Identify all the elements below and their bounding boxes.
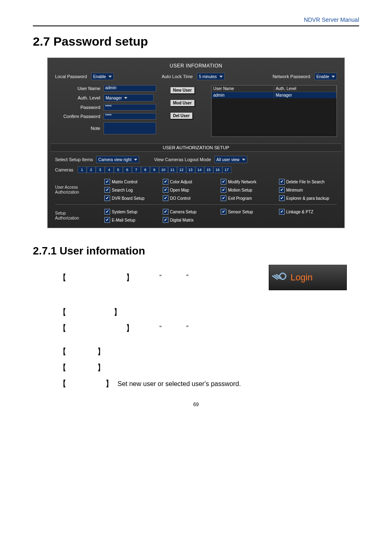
username-label: User Name bbox=[55, 86, 104, 91]
camera-chip[interactable]: 3 bbox=[96, 166, 105, 173]
open-quote-icon: “ bbox=[159, 274, 161, 281]
table-cell-username: admin bbox=[212, 92, 274, 98]
note-label: Note bbox=[55, 126, 104, 131]
chk-label: DO Control bbox=[170, 196, 191, 201]
network-password-label: Network Password bbox=[272, 74, 310, 79]
confirm-password-field[interactable]: **** bbox=[104, 113, 156, 120]
password-field[interactable]: **** bbox=[104, 104, 156, 111]
header-rule bbox=[33, 25, 359, 26]
text-line-3: 【 】 “ ” bbox=[58, 323, 347, 334]
camera-chip[interactable]: 6 bbox=[123, 166, 132, 173]
checkbox-icon: ✔ bbox=[221, 187, 226, 193]
chk-label: Sensor Setup bbox=[228, 210, 253, 214]
chk-open-map[interactable]: ✔Open Map bbox=[163, 187, 221, 193]
chk-label: Color Adjust bbox=[170, 180, 192, 184]
checkbox-icon: ✔ bbox=[279, 179, 285, 185]
chk-label: System Setup bbox=[112, 210, 137, 214]
chk-delete-file-in-search[interactable]: ✔Delete File In Search bbox=[279, 179, 337, 185]
chk-system-setup[interactable]: ✔System Setup bbox=[104, 209, 163, 215]
camera-chip[interactable]: 4 bbox=[105, 166, 114, 173]
camera-chip[interactable]: 2 bbox=[87, 166, 96, 173]
authlevel-dropdown[interactable]: Manager bbox=[104, 94, 154, 102]
chk-label: Modify Network bbox=[228, 180, 256, 184]
chk-minimum[interactable]: ✔Minimum bbox=[279, 187, 337, 193]
chk-label: Minimum bbox=[286, 188, 303, 192]
username-field[interactable]: admin bbox=[104, 85, 156, 92]
chk-label: Exit Program bbox=[228, 196, 252, 201]
select-setup-dropdown[interactable]: Camera view right bbox=[96, 156, 139, 163]
autolock-label: Auto Lock Time bbox=[161, 74, 193, 79]
autolock-value: 5 minutes bbox=[199, 74, 217, 79]
camera-chip[interactable]: 14 bbox=[195, 166, 204, 173]
camera-chip[interactable]: 13 bbox=[186, 166, 195, 173]
chk-motion-setup[interactable]: ✔Motion Setup bbox=[221, 187, 279, 193]
divider bbox=[55, 204, 337, 205]
camera-chip[interactable]: 11 bbox=[168, 166, 177, 173]
view-logout-label: View Cameras Logout Mode bbox=[154, 157, 211, 162]
camera-chip[interactable]: 9 bbox=[150, 166, 159, 173]
chk-exit-program[interactable]: ✔Exit Program bbox=[221, 195, 279, 201]
camera-chip[interactable]: 5 bbox=[114, 166, 123, 173]
left-bracket-icon: 【 bbox=[58, 346, 67, 357]
right-bracket-icon: 】 bbox=[125, 323, 135, 334]
chk-email-setup[interactable]: ✔E-Mail Setup bbox=[104, 217, 163, 223]
camera-chip[interactable]: 15 bbox=[204, 166, 213, 173]
view-logout-dropdown[interactable]: All user view bbox=[214, 156, 247, 163]
table-head: User Name Auth. Level bbox=[212, 86, 337, 92]
camera-chip[interactable]: 8 bbox=[141, 166, 150, 173]
view-logout-value: All user view bbox=[217, 157, 240, 162]
authlevel-label: Auth. Level bbox=[55, 95, 104, 100]
chk-color-adjust[interactable]: ✔Color Adjust bbox=[163, 179, 221, 185]
mod-user-button[interactable]: Mod User bbox=[170, 99, 195, 106]
right-bracket-icon: 】 bbox=[113, 307, 122, 318]
chk-label: Motion Setup bbox=[228, 188, 252, 192]
note-field[interactable] bbox=[104, 122, 156, 134]
checkbox-icon: ✔ bbox=[104, 209, 110, 215]
password-line-text: Set new user or selected user's password… bbox=[118, 380, 241, 388]
doc-header: NDVR Server Manual bbox=[33, 16, 359, 25]
login-button[interactable]: Login bbox=[269, 265, 347, 290]
checkbox-icon: ✔ bbox=[104, 187, 110, 193]
user-access-side-label: User Access Authorization bbox=[55, 179, 104, 201]
chk-camera-setup[interactable]: ✔Camera Setup bbox=[163, 209, 221, 215]
checkbox-icon: ✔ bbox=[163, 209, 168, 215]
chk-do-control[interactable]: ✔DO Control bbox=[163, 195, 221, 201]
camera-chip[interactable]: 10 bbox=[159, 166, 168, 173]
camera-chip[interactable]: 12 bbox=[177, 166, 186, 173]
chk-label: Digital Matrix bbox=[170, 218, 194, 222]
chk-label: Camera Setup bbox=[170, 210, 196, 214]
camera-chip[interactable]: 17 bbox=[222, 166, 231, 173]
chk-label: Matrix Control bbox=[112, 180, 137, 184]
text-line-1: 【 】 “ ” Login bbox=[58, 265, 347, 290]
chk-search-log[interactable]: ✔Search Log bbox=[104, 187, 163, 193]
chk-label: Explorer & para backup bbox=[286, 196, 330, 201]
del-user-button[interactable]: Del User bbox=[170, 112, 193, 119]
select-setup-value: Camera view right bbox=[98, 157, 131, 162]
panel-title-auth: USER AUTHORIZATION SETUP bbox=[51, 143, 341, 152]
local-password-value: Enable bbox=[93, 74, 106, 79]
chk-modify-network[interactable]: ✔Modify Network bbox=[221, 179, 279, 185]
chk-explorer-para-backup[interactable]: ✔Explorer & para backup bbox=[279, 195, 337, 201]
user-buttons: New User Mod User Del User bbox=[170, 85, 203, 137]
left-bracket-icon: 【 bbox=[58, 378, 67, 389]
close-quote-icon: ” bbox=[186, 274, 188, 281]
chk-label: Linkage & PTZ bbox=[286, 210, 314, 214]
network-password-dropdown[interactable]: Enable bbox=[314, 73, 337, 80]
local-password-dropdown[interactable]: Enable bbox=[91, 73, 114, 80]
chk-dvr-board-setup[interactable]: ✔DVR Board Setup bbox=[104, 195, 163, 201]
chk-sensor-setup[interactable]: ✔Sensor Setup bbox=[221, 209, 279, 215]
right-bracket-icon: 】 bbox=[104, 378, 114, 389]
checkbox-icon: ✔ bbox=[104, 217, 110, 223]
camera-chip[interactable]: 7 bbox=[132, 166, 141, 173]
chk-matrix-control[interactable]: ✔Matrix Control bbox=[104, 179, 163, 185]
new-user-button[interactable]: New User bbox=[170, 87, 195, 94]
chk-digital-matrix[interactable]: ✔Digital Matrix bbox=[163, 217, 221, 223]
chk-linkage-ptz[interactable]: ✔Linkage & PTZ bbox=[279, 209, 337, 215]
camera-chip[interactable]: 16 bbox=[213, 166, 222, 173]
checkbox-icon: ✔ bbox=[221, 195, 226, 201]
table-row[interactable]: admin Manager bbox=[212, 92, 337, 98]
checkbox-icon: ✔ bbox=[163, 179, 168, 185]
cameras-row: Cameras 1234567891011121314151617 bbox=[51, 165, 341, 176]
autolock-dropdown[interactable]: 5 minutes bbox=[197, 73, 224, 80]
camera-chip[interactable]: 1 bbox=[78, 166, 87, 173]
